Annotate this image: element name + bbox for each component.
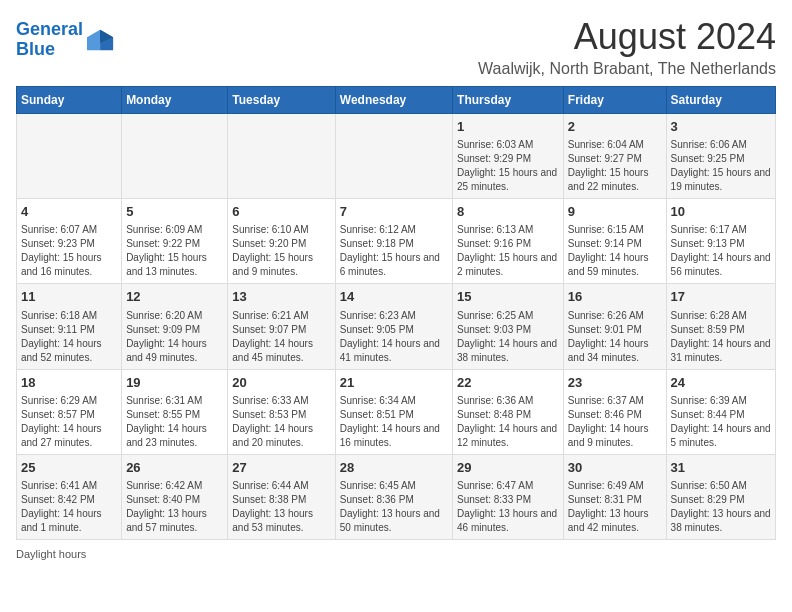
calendar-cell: 16Sunrise: 6:26 AM Sunset: 9:01 PM Dayli… — [563, 284, 666, 369]
calendar-week-row: 25Sunrise: 6:41 AM Sunset: 8:42 PM Dayli… — [17, 454, 776, 539]
calendar-cell: 23Sunrise: 6:37 AM Sunset: 8:46 PM Dayli… — [563, 369, 666, 454]
day-number: 3 — [671, 118, 771, 136]
calendar-header-tuesday: Tuesday — [228, 87, 335, 114]
day-number: 8 — [457, 203, 559, 221]
day-info: Sunrise: 6:21 AM Sunset: 9:07 PM Dayligh… — [232, 309, 330, 365]
calendar-cell — [17, 114, 122, 199]
day-info: Sunrise: 6:09 AM Sunset: 9:22 PM Dayligh… — [126, 223, 223, 279]
calendar-cell — [122, 114, 228, 199]
calendar-cell: 21Sunrise: 6:34 AM Sunset: 8:51 PM Dayli… — [335, 369, 452, 454]
day-info: Sunrise: 6:04 AM Sunset: 9:27 PM Dayligh… — [568, 138, 662, 194]
calendar-cell: 15Sunrise: 6:25 AM Sunset: 9:03 PM Dayli… — [453, 284, 564, 369]
calendar-cell: 20Sunrise: 6:33 AM Sunset: 8:53 PM Dayli… — [228, 369, 335, 454]
calendar-header-saturday: Saturday — [666, 87, 775, 114]
day-number: 9 — [568, 203, 662, 221]
day-number: 6 — [232, 203, 330, 221]
day-info: Sunrise: 6:49 AM Sunset: 8:31 PM Dayligh… — [568, 479, 662, 535]
day-number: 14 — [340, 288, 448, 306]
calendar-week-row: 1Sunrise: 6:03 AM Sunset: 9:29 PM Daylig… — [17, 114, 776, 199]
page-header: GeneralBlue August 2024 Waalwijk, North … — [16, 16, 776, 78]
day-number: 25 — [21, 459, 117, 477]
calendar-cell: 28Sunrise: 6:45 AM Sunset: 8:36 PM Dayli… — [335, 454, 452, 539]
day-info: Sunrise: 6:06 AM Sunset: 9:25 PM Dayligh… — [671, 138, 771, 194]
day-number: 24 — [671, 374, 771, 392]
day-number: 11 — [21, 288, 117, 306]
day-info: Sunrise: 6:28 AM Sunset: 8:59 PM Dayligh… — [671, 309, 771, 365]
day-number: 20 — [232, 374, 330, 392]
calendar-header-thursday: Thursday — [453, 87, 564, 114]
calendar-cell: 29Sunrise: 6:47 AM Sunset: 8:33 PM Dayli… — [453, 454, 564, 539]
day-number: 22 — [457, 374, 559, 392]
svg-marker-1 — [87, 30, 100, 51]
day-info: Sunrise: 6:17 AM Sunset: 9:13 PM Dayligh… — [671, 223, 771, 279]
calendar-cell: 12Sunrise: 6:20 AM Sunset: 9:09 PM Dayli… — [122, 284, 228, 369]
calendar-cell: 10Sunrise: 6:17 AM Sunset: 9:13 PM Dayli… — [666, 199, 775, 284]
calendar-cell: 19Sunrise: 6:31 AM Sunset: 8:55 PM Dayli… — [122, 369, 228, 454]
calendar-week-row: 18Sunrise: 6:29 AM Sunset: 8:57 PM Dayli… — [17, 369, 776, 454]
calendar-cell: 1Sunrise: 6:03 AM Sunset: 9:29 PM Daylig… — [453, 114, 564, 199]
day-info: Sunrise: 6:50 AM Sunset: 8:29 PM Dayligh… — [671, 479, 771, 535]
logo: GeneralBlue — [16, 20, 115, 60]
day-number: 7 — [340, 203, 448, 221]
day-info: Sunrise: 6:29 AM Sunset: 8:57 PM Dayligh… — [21, 394, 117, 450]
calendar-cell: 24Sunrise: 6:39 AM Sunset: 8:44 PM Dayli… — [666, 369, 775, 454]
calendar-cell: 3Sunrise: 6:06 AM Sunset: 9:25 PM Daylig… — [666, 114, 775, 199]
footer: Daylight hours — [16, 548, 776, 560]
main-title: August 2024 — [478, 16, 776, 58]
day-info: Sunrise: 6:34 AM Sunset: 8:51 PM Dayligh… — [340, 394, 448, 450]
day-number: 13 — [232, 288, 330, 306]
day-number: 21 — [340, 374, 448, 392]
calendar-cell: 2Sunrise: 6:04 AM Sunset: 9:27 PM Daylig… — [563, 114, 666, 199]
calendar-cell: 6Sunrise: 6:10 AM Sunset: 9:20 PM Daylig… — [228, 199, 335, 284]
daylight-label: Daylight hours — [16, 548, 86, 560]
day-info: Sunrise: 6:26 AM Sunset: 9:01 PM Dayligh… — [568, 309, 662, 365]
day-info: Sunrise: 6:03 AM Sunset: 9:29 PM Dayligh… — [457, 138, 559, 194]
day-number: 10 — [671, 203, 771, 221]
calendar-cell: 7Sunrise: 6:12 AM Sunset: 9:18 PM Daylig… — [335, 199, 452, 284]
calendar-header-sunday: Sunday — [17, 87, 122, 114]
calendar-table: SundayMondayTuesdayWednesdayThursdayFrid… — [16, 86, 776, 540]
day-number: 28 — [340, 459, 448, 477]
day-info: Sunrise: 6:39 AM Sunset: 8:44 PM Dayligh… — [671, 394, 771, 450]
calendar-cell: 27Sunrise: 6:44 AM Sunset: 8:38 PM Dayli… — [228, 454, 335, 539]
day-info: Sunrise: 6:13 AM Sunset: 9:16 PM Dayligh… — [457, 223, 559, 279]
calendar-header-monday: Monday — [122, 87, 228, 114]
day-number: 27 — [232, 459, 330, 477]
calendar-header-friday: Friday — [563, 87, 666, 114]
day-number: 12 — [126, 288, 223, 306]
day-number: 26 — [126, 459, 223, 477]
day-number: 5 — [126, 203, 223, 221]
calendar-cell: 26Sunrise: 6:42 AM Sunset: 8:40 PM Dayli… — [122, 454, 228, 539]
calendar-cell: 11Sunrise: 6:18 AM Sunset: 9:11 PM Dayli… — [17, 284, 122, 369]
calendar-cell: 17Sunrise: 6:28 AM Sunset: 8:59 PM Dayli… — [666, 284, 775, 369]
calendar-week-row: 11Sunrise: 6:18 AM Sunset: 9:11 PM Dayli… — [17, 284, 776, 369]
logo-text: GeneralBlue — [16, 20, 83, 60]
calendar-header-wednesday: Wednesday — [335, 87, 452, 114]
day-info: Sunrise: 6:10 AM Sunset: 9:20 PM Dayligh… — [232, 223, 330, 279]
calendar-cell: 30Sunrise: 6:49 AM Sunset: 8:31 PM Dayli… — [563, 454, 666, 539]
day-info: Sunrise: 6:33 AM Sunset: 8:53 PM Dayligh… — [232, 394, 330, 450]
day-number: 16 — [568, 288, 662, 306]
calendar-cell: 31Sunrise: 6:50 AM Sunset: 8:29 PM Dayli… — [666, 454, 775, 539]
day-info: Sunrise: 6:20 AM Sunset: 9:09 PM Dayligh… — [126, 309, 223, 365]
day-number: 31 — [671, 459, 771, 477]
title-area: August 2024 Waalwijk, North Brabant, The… — [478, 16, 776, 78]
calendar-cell: 25Sunrise: 6:41 AM Sunset: 8:42 PM Dayli… — [17, 454, 122, 539]
day-info: Sunrise: 6:37 AM Sunset: 8:46 PM Dayligh… — [568, 394, 662, 450]
day-info: Sunrise: 6:31 AM Sunset: 8:55 PM Dayligh… — [126, 394, 223, 450]
subtitle: Waalwijk, North Brabant, The Netherlands — [478, 60, 776, 78]
day-number: 29 — [457, 459, 559, 477]
calendar-cell: 9Sunrise: 6:15 AM Sunset: 9:14 PM Daylig… — [563, 199, 666, 284]
day-info: Sunrise: 6:25 AM Sunset: 9:03 PM Dayligh… — [457, 309, 559, 365]
logo-icon — [87, 26, 115, 54]
day-info: Sunrise: 6:36 AM Sunset: 8:48 PM Dayligh… — [457, 394, 559, 450]
day-number: 18 — [21, 374, 117, 392]
calendar-header-row: SundayMondayTuesdayWednesdayThursdayFrid… — [17, 87, 776, 114]
calendar-cell: 5Sunrise: 6:09 AM Sunset: 9:22 PM Daylig… — [122, 199, 228, 284]
day-number: 1 — [457, 118, 559, 136]
calendar-cell: 8Sunrise: 6:13 AM Sunset: 9:16 PM Daylig… — [453, 199, 564, 284]
day-info: Sunrise: 6:45 AM Sunset: 8:36 PM Dayligh… — [340, 479, 448, 535]
day-info: Sunrise: 6:18 AM Sunset: 9:11 PM Dayligh… — [21, 309, 117, 365]
day-info: Sunrise: 6:41 AM Sunset: 8:42 PM Dayligh… — [21, 479, 117, 535]
day-info: Sunrise: 6:12 AM Sunset: 9:18 PM Dayligh… — [340, 223, 448, 279]
